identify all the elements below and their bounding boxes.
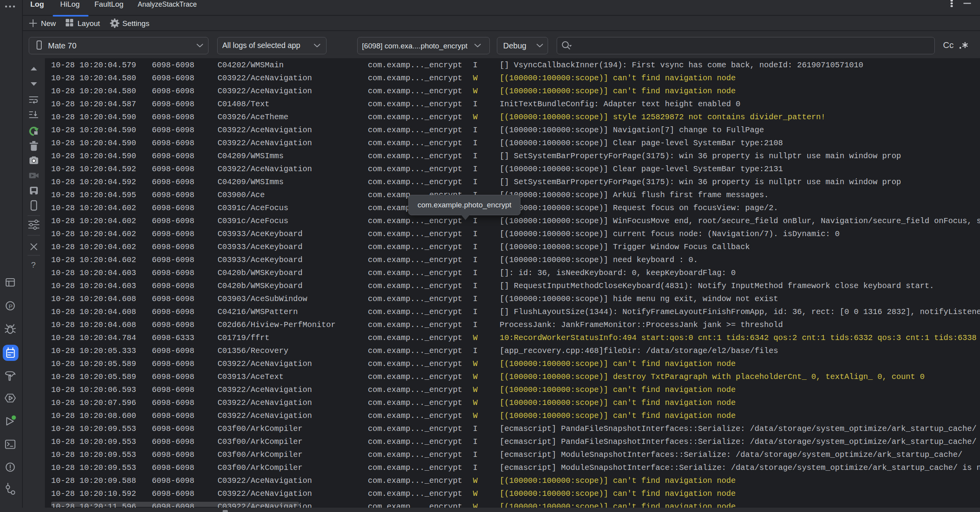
svg-text:P: P [9, 303, 13, 310]
